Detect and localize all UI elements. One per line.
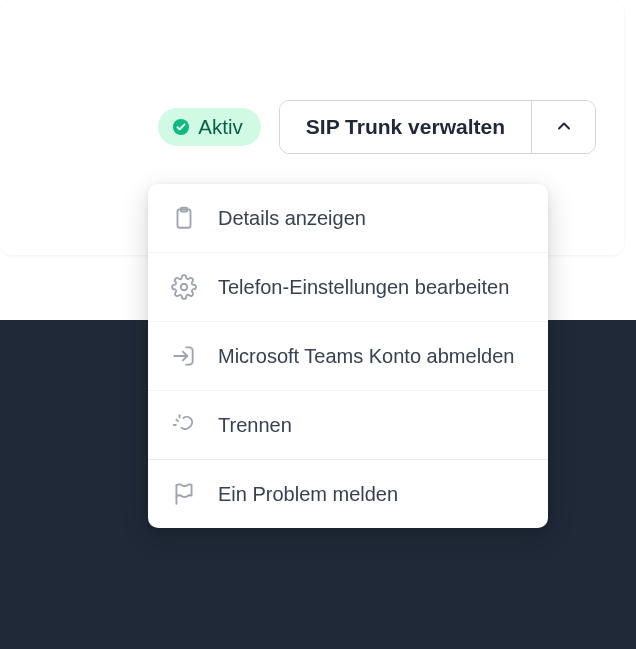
menu-item-report-problem[interactable]: Ein Problem melden xyxy=(148,460,548,528)
disconnect-icon xyxy=(170,411,198,439)
menu-item-sign-out-teams[interactable]: Microsoft Teams Konto abmelden xyxy=(148,322,548,391)
menu-item-label: Trennen xyxy=(218,412,292,439)
menu-item-label: Details anzeigen xyxy=(218,205,366,232)
chevron-up-icon xyxy=(554,116,574,139)
sign-out-icon xyxy=(170,342,198,370)
menu-item-label: Telefon-Einstellungen bearbeiten xyxy=(218,274,509,301)
manage-button-group: SIP Trunk verwalten xyxy=(279,100,596,154)
status-label: Aktiv xyxy=(198,115,242,139)
clipboard-icon xyxy=(170,204,198,232)
check-circle-icon xyxy=(172,118,190,136)
dropdown-toggle-button[interactable] xyxy=(531,101,595,153)
status-badge: Aktiv xyxy=(158,108,260,146)
header-row: Aktiv SIP Trunk verwalten xyxy=(0,100,624,154)
svg-point-3 xyxy=(181,284,188,291)
flag-icon xyxy=(170,480,198,508)
menu-item-disconnect[interactable]: Trennen xyxy=(148,391,548,460)
dropdown-menu: Details anzeigen Telefon-Einstellungen b… xyxy=(148,184,548,528)
menu-item-label: Ein Problem melden xyxy=(218,481,398,508)
manage-sip-trunk-button[interactable]: SIP Trunk verwalten xyxy=(280,101,531,153)
gear-icon xyxy=(170,273,198,301)
menu-item-label: Microsoft Teams Konto abmelden xyxy=(218,343,514,370)
menu-item-view-details[interactable]: Details anzeigen xyxy=(148,184,548,253)
menu-item-edit-phone-settings[interactable]: Telefon-Einstellungen bearbeiten xyxy=(148,253,548,322)
